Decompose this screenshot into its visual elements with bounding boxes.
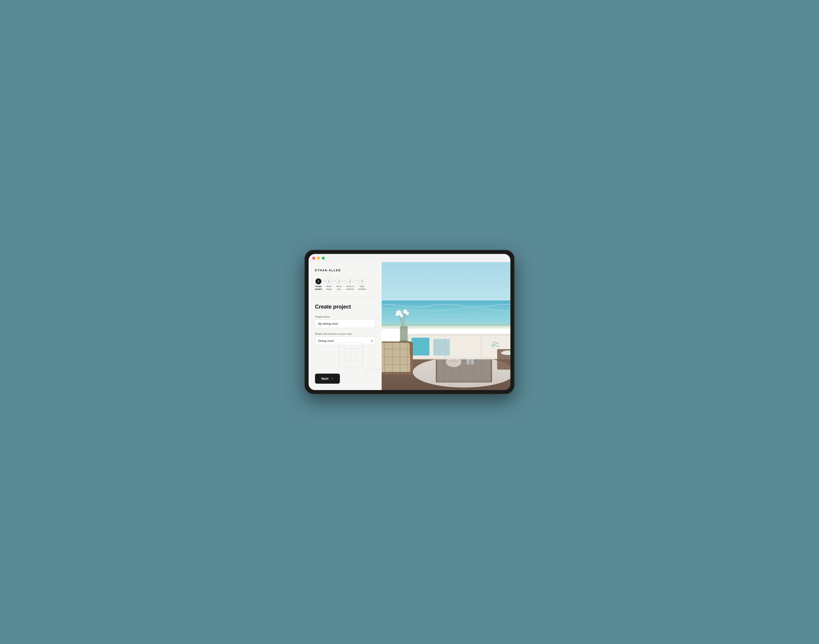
step-2[interactable]: 2 Roomshape	[326, 278, 332, 290]
hero-image	[382, 262, 510, 390]
brand-logo: ETHAN ALLEN	[315, 268, 375, 272]
step-connector-1	[322, 278, 326, 281]
step-1-label: Createproject	[315, 285, 322, 290]
step-3[interactable]: 3 Roomsize	[336, 278, 342, 290]
device-screen: ETHAN ALLEN 1 Createproject 2 Roomshape	[309, 254, 510, 390]
step-5-circle: 5	[359, 278, 365, 284]
title-bar	[309, 254, 510, 262]
step-connector-2	[332, 278, 336, 281]
step-5-label: Styletemplate	[358, 285, 366, 290]
step-3-label: Roomsize	[336, 285, 342, 290]
next-button[interactable]: Next →	[315, 374, 340, 384]
step-4[interactable]: 4 Doors &windows	[346, 278, 354, 290]
project-name-group: Project name	[315, 315, 375, 328]
right-panel	[382, 262, 510, 390]
close-button[interactable]	[312, 257, 315, 260]
bottom-bar: Next →	[309, 374, 382, 390]
room-function-label: What is the function of your room	[315, 333, 375, 335]
page-title: Create project	[315, 304, 375, 310]
device-frame: ETHAN ALLEN 1 Createproject 2 Roomshape	[305, 250, 514, 394]
step-4-label: Doors &windows	[346, 285, 354, 290]
step-5[interactable]: 5 Styletemplate	[358, 278, 366, 290]
step-2-circle: 2	[326, 278, 332, 284]
arrow-right-icon: →	[330, 377, 334, 380]
project-name-label: Project name	[315, 315, 375, 318]
step-1-circle: 1	[315, 278, 321, 284]
step-connector-4	[354, 278, 358, 281]
room-function-select-wrapper: Living room Dining room Bedroom Kitchen …	[315, 337, 375, 345]
step-2-label: Roomshape	[326, 285, 332, 290]
step-connector-3	[342, 278, 346, 281]
room-function-select[interactable]: Living room Dining room Bedroom Kitchen …	[315, 337, 375, 345]
next-button-label: Next	[321, 377, 329, 380]
step-4-circle: 4	[347, 278, 353, 284]
project-name-input[interactable]	[315, 319, 375, 328]
step-1[interactable]: 1 Createproject	[315, 278, 322, 290]
maximize-button[interactable]	[322, 257, 325, 260]
room-function-group: What is the function of your room Living…	[315, 333, 375, 345]
left-panel: ETHAN ALLEN 1 Createproject 2 Roomshape	[309, 262, 382, 390]
form-section: Create project Project name What is the …	[315, 304, 375, 384]
minimize-button[interactable]	[317, 257, 320, 260]
app-content: ETHAN ALLEN 1 Createproject 2 Roomshape	[309, 262, 510, 390]
steps-row: 1 Createproject 2 Roomshape 3	[315, 278, 375, 290]
step-3-circle: 3	[336, 278, 342, 284]
